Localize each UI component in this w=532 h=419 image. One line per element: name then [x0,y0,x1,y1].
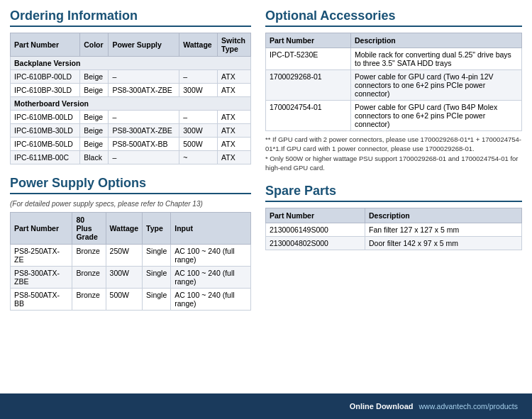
table-cell: PS8-300ATX-ZBE [109,124,179,138]
table-cell: Mobile rack for converting dual 5.25" dr… [351,48,522,70]
table-cell: ATX [218,151,251,164]
table-row: 1700029268-01Power cable for GPU card (T… [266,70,522,101]
optional-table: Part Number Description IPC-DT-5230EMobi… [265,33,522,131]
table-row: IPC-610MB-00LDBeige––ATX [11,111,251,124]
spare-parts-table: Part Number Description 2130006149S000Fa… [265,208,522,250]
ordering-title: Ordering Information [10,9,251,27]
table-cell: IPC-610MB-50LD [11,138,80,151]
col-wattage: Wattage [179,33,218,57]
table-cell: ATX [218,70,251,84]
table-cell: Beige [80,70,109,84]
ordering-section: Ordering Information Part Number Color P… [10,9,251,164]
table-cell: ATX [218,124,251,138]
opt-col-desc: Description [351,33,522,48]
table-cell: – [109,111,179,124]
table-cell: Black [80,151,109,164]
table-cell: – [179,70,218,84]
table-cell: PS8-300ATX-ZBE [109,84,179,97]
note-item: ** If GPU card with 2 power connectors, … [265,135,522,154]
note-item: * Only 500W or higher wattage PSU suppor… [265,154,522,173]
table-cell: Beige [80,111,109,124]
table-cell: Single [143,245,171,267]
table-cell: PS8-500ATX-BB [109,138,179,151]
power-supply-table: Part Number 80 PlusGrade Wattage Type In… [10,212,251,311]
table-cell: Beige [80,84,109,97]
col-power-supply: Power Supply [109,33,179,57]
group-header: Backplane Version [11,57,251,70]
ps-col-part: Part Number [11,213,72,245]
table-cell: ATX [218,138,251,151]
power-supply-section: Power Supply Options (For detailed power… [10,176,251,311]
table-row: IPC-DT-5230EMobile rack for converting d… [266,48,522,70]
table-cell: Beige [80,138,109,151]
table-cell: – [179,111,218,124]
table-cell: PS8-500ATX-BB [11,289,72,311]
footer-url: www.advantech.com/products [419,402,518,410]
col-color: Color [80,33,109,57]
table-cell: IPC-610MB-00LD [11,111,80,124]
table-cell: 2130006149S000 [266,223,365,237]
table-cell: IPC-610BP-00LD [11,70,80,84]
table-cell: AC 100 ~ 240 (full range) [171,289,251,311]
optional-section: Optional Accessories Part Number Descrip… [265,9,522,172]
table-row: IPC-610BP-30LDBeigePS8-300ATX-ZBE300WATX [11,84,251,97]
table-cell: IPC-610BP-30LD [11,84,80,97]
power-supply-note: (For detailed power supply specs, please… [10,200,251,208]
table-cell: Door filter 142 x 97 x 5 mm [365,237,522,250]
table-cell: IPC-610MB-30LD [11,124,80,138]
table-cell: Power cable for GPU card (Two 4-pin 12V … [351,70,522,101]
sp-col-part: Part Number [266,208,365,223]
table-cell: Bronze [72,289,106,311]
table-cell: 300W [106,267,142,289]
ps-col-type: Type [143,213,171,245]
table-cell: Bronze [72,245,106,267]
ordering-table: Part Number Color Power Supply Wattage S… [10,33,251,164]
opt-col-part: Part Number [266,33,351,48]
spare-parts-section: Spare Parts Part Number Description 2130… [265,184,522,250]
power-supply-title: Power Supply Options [10,176,251,194]
table-cell: Fan filter 127 x 127 x 5 mm [365,223,522,237]
table-cell: ~ [179,151,218,164]
table-cell: 300W [179,84,218,97]
table-cell: 300W [179,124,218,138]
ps-col-input: Input [171,213,251,245]
table-cell: Bronze [72,267,106,289]
table-row: PS8-500ATX-BBBronze500WSingleAC 100 ~ 24… [11,289,251,311]
table-cell: PS8-250ATX-ZE [11,245,72,267]
table-cell: Beige [80,124,109,138]
table-cell: 500W [179,138,218,151]
footer-bar: Online Download www.advantech.com/produc… [0,393,532,419]
table-cell: AC 100 ~ 240 (full range) [171,245,251,267]
table-row: IPC-610MB-30LDBeigePS8-300ATX-ZBE300WATX [11,124,251,138]
table-cell: 2130004802S000 [266,237,365,250]
table-row: PS8-250ATX-ZEBronze250WSingleAC 100 ~ 24… [11,245,251,267]
sp-col-desc: Description [365,208,522,223]
table-row: 1700024754-01Power cable for GPU card (T… [266,101,522,131]
table-cell: IPC-611MB-00C [11,151,80,164]
table-cell: Single [143,267,171,289]
table-cell: 1700029268-01 [266,70,351,101]
col-part-number: Part Number [11,33,80,57]
table-row: IPC-611MB-00CBlack–~ATX [11,151,251,164]
table-cell: 1700024754-01 [266,101,351,131]
footer-label: Online Download [350,402,414,410]
table-cell: 250W [106,245,142,267]
table-cell: Power cable for GPU card (Two B4P Molex … [351,101,522,131]
table-row: IPC-610MB-50LDBeigePS8-500ATX-BB500WATX [11,138,251,151]
table-row: 2130004802S000Door filter 142 x 97 x 5 m… [266,237,522,250]
table-cell: IPC-DT-5230E [266,48,351,70]
optional-notes: ** If GPU card with 2 power connectors, … [265,135,522,172]
table-cell: 500W [106,289,142,311]
table-cell: AC 100 ~ 240 (full range) [171,267,251,289]
table-cell: – [109,70,179,84]
group-header: Motherboard Version [11,97,251,111]
table-row: 2130006149S000Fan filter 127 x 127 x 5 m… [266,223,522,237]
table-cell: PS8-300ATX-ZBE [11,267,72,289]
table-cell: ATX [218,111,251,124]
ps-col-grade: 80 PlusGrade [72,213,106,245]
table-row: PS8-300ATX-ZBEBronze300WSingleAC 100 ~ 2… [11,267,251,289]
ps-col-wattage: Wattage [106,213,142,245]
table-row: IPC-610BP-00LDBeige––ATX [11,70,251,84]
table-cell: ATX [218,84,251,97]
col-switch-type: SwitchType [218,33,251,57]
